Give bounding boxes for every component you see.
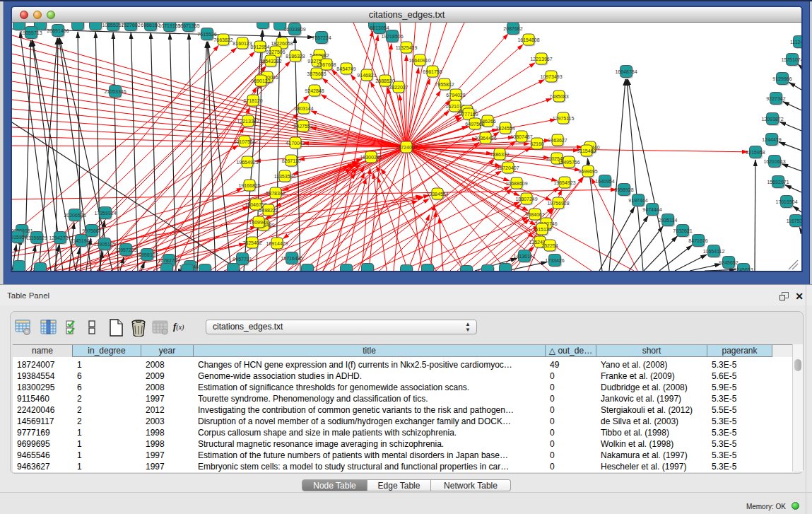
svg-text:8813054: 8813054: [370, 25, 389, 30]
svg-text:16033809: 16033809: [283, 27, 305, 32]
svg-text:14136141: 14136141: [513, 254, 535, 259]
svg-text:1112456: 1112456: [790, 40, 801, 45]
svg-text:8912954: 8912954: [250, 45, 269, 49]
svg-text:9327506: 9327506: [266, 49, 285, 54]
svg-text:12942737: 12942737: [49, 235, 71, 240]
svg-text:15716485: 15716485: [281, 256, 302, 261]
svg-text:2803144: 2803144: [294, 106, 313, 111]
svg-text:19384554: 19384554: [426, 192, 448, 197]
svg-text:252254: 252254: [541, 243, 558, 248]
svg-text:62160: 62160: [530, 141, 544, 146]
svg-text:9115460: 9115460: [577, 148, 596, 153]
svg-text:9699695: 9699695: [578, 169, 597, 174]
svg-text:12093872: 12093872: [761, 117, 783, 122]
svg-text:18226058: 18226058: [271, 41, 293, 46]
svg-text:7515526: 7515526: [197, 32, 216, 37]
svg-text:19654923: 19654923: [553, 180, 575, 185]
svg-text:16543382: 16543382: [259, 59, 281, 64]
svg-text:18300295: 18300295: [360, 155, 382, 160]
svg-text:6794028: 6794028: [446, 93, 465, 98]
svg-text:9457791: 9457791: [233, 257, 252, 262]
svg-text:6497568: 6497568: [465, 122, 484, 127]
svg-text:12905135: 12905135: [93, 242, 115, 247]
svg-text:8160123: 8160123: [233, 41, 252, 46]
svg-text:10654112: 10654112: [703, 249, 725, 254]
svg-text:9777169: 9777169: [459, 112, 478, 117]
svg-text:2935114: 2935114: [659, 218, 678, 223]
svg-text:1409949: 1409949: [249, 220, 268, 225]
svg-text:6966160: 6966160: [141, 23, 160, 28]
svg-text:3915954: 3915954: [12, 235, 28, 240]
svg-text:8215958: 8215958: [746, 150, 765, 155]
svg-text:15751074: 15751074: [781, 57, 801, 62]
svg-text:16640910: 16640910: [408, 58, 430, 63]
svg-text:20364436: 20364436: [474, 136, 496, 141]
svg-text:12975115: 12975115: [553, 116, 575, 121]
svg-text:19055713: 19055713: [20, 30, 42, 35]
svg-text:9245653: 9245653: [734, 267, 753, 271]
svg-text:5498222: 5498222: [259, 208, 278, 213]
svg-text:12213967: 12213967: [530, 57, 552, 62]
svg-text:12213382: 12213382: [237, 119, 259, 124]
svg-text:20206536: 20206536: [64, 213, 86, 218]
svg-text:9245652: 9245652: [719, 260, 738, 265]
svg-text:16782759: 16782759: [158, 258, 180, 263]
svg-text:9890123: 9890123: [251, 78, 270, 83]
svg-text:17016504: 17016504: [775, 199, 797, 204]
svg-text:8454749: 8454749: [336, 66, 355, 71]
svg-text:11353594: 11353594: [274, 174, 296, 179]
svg-text:21053346: 21053346: [104, 89, 126, 94]
svg-text:11325419: 11325419: [396, 45, 418, 50]
svg-text:1244419: 1244419: [762, 137, 781, 142]
svg-text:19654923: 19654923: [236, 160, 258, 165]
svg-text:15692971: 15692971: [767, 180, 789, 185]
svg-text:8267110: 8267110: [282, 158, 301, 163]
svg-text:20691406: 20691406: [47, 28, 69, 33]
svg-text:18724007: 18724007: [395, 145, 417, 150]
svg-text:16154808: 16154808: [517, 37, 539, 42]
svg-text:8471676: 8471676: [688, 238, 707, 243]
svg-text:8427552: 8427552: [293, 124, 312, 129]
svg-text:11156829: 11156829: [26, 235, 47, 240]
svg-text:9227342: 9227342: [766, 96, 785, 101]
svg-text:19756928: 19756928: [547, 201, 569, 206]
svg-text:9474444: 9474444: [642, 207, 661, 212]
svg-text:16648784: 16648784: [615, 69, 637, 74]
svg-text:3824554: 3824554: [495, 126, 514, 131]
svg-text:16210643: 16210643: [763, 159, 785, 164]
svg-text:7485083: 7485083: [549, 94, 568, 99]
svg-text:17957225: 17957225: [114, 247, 136, 252]
svg-text:15720407: 15720407: [497, 165, 519, 170]
svg-text:17359924: 17359924: [94, 211, 116, 216]
svg-text:1615132: 1615132: [532, 227, 551, 232]
svg-text:7663822: 7663822: [213, 37, 233, 42]
svg-text:15495756: 15495756: [558, 160, 579, 165]
svg-text:7386372: 7386372: [490, 152, 509, 157]
svg-text:3875685: 3875685: [307, 71, 326, 76]
svg-text:2718120: 2718120: [243, 98, 262, 103]
svg-text:1640954: 1640954: [595, 179, 614, 184]
svg-text:2588520: 2588520: [375, 78, 394, 83]
svg-text:8958928: 8958928: [614, 187, 633, 192]
svg-text:10688609: 10688609: [505, 181, 527, 186]
svg-text:10973493: 10973493: [540, 74, 562, 79]
svg-text:1527602: 1527602: [121, 23, 140, 28]
svg-text:9197444: 9197444: [628, 198, 647, 203]
svg-text:9146821: 9146821: [357, 73, 376, 78]
svg-text:16914479: 16914479: [266, 241, 288, 246]
svg-text:3822037: 3822037: [389, 85, 408, 90]
svg-text:16671355: 16671355: [177, 23, 199, 28]
svg-text:6961758: 6961758: [423, 69, 442, 74]
svg-text:10807487: 10807487: [510, 134, 532, 139]
svg-text:7625402: 7625402: [242, 240, 261, 245]
svg-text:9463627: 9463627: [548, 138, 567, 143]
svg-text:2087682: 2087682: [503, 26, 522, 31]
svg-text:1167533: 1167533: [787, 218, 801, 223]
svg-text:7857224: 7857224: [312, 35, 331, 40]
svg-text:9242848: 9242848: [305, 88, 324, 93]
svg-text:10958107: 10958107: [136, 252, 158, 257]
svg-text:10107554: 10107554: [233, 139, 255, 144]
svg-text:9129966: 9129966: [772, 76, 792, 81]
svg-text:19166825: 19166825: [238, 183, 260, 188]
svg-text:19218506: 19218506: [381, 34, 403, 39]
